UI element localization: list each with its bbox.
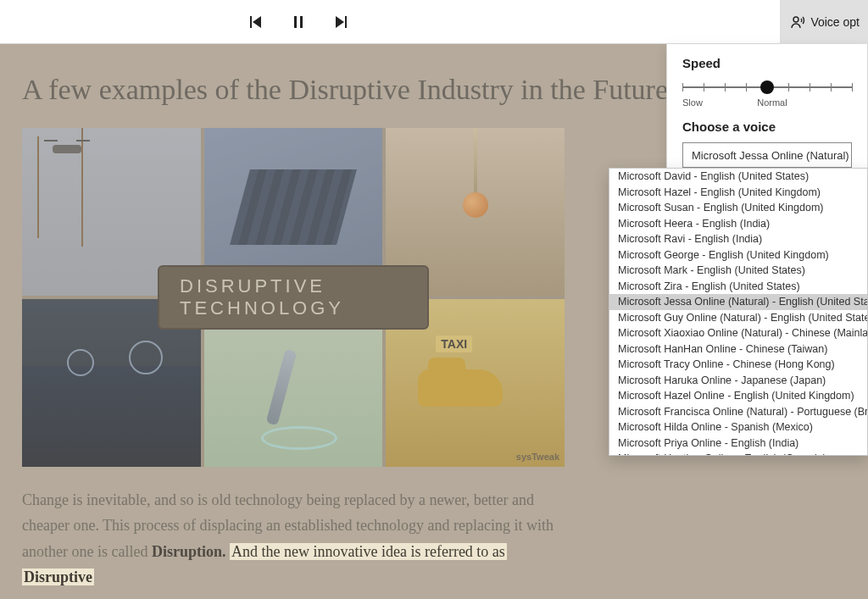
voice-option[interactable]: Microsoft Jessa Online (Natural) - Engli… <box>609 294 867 310</box>
voice-option[interactable]: Microsoft Heera - English (India) <box>609 216 867 232</box>
voice-option[interactable]: Microsoft Hazel - English (United Kingdo… <box>609 185 867 201</box>
voice-options-label: Voice opt <box>810 15 860 29</box>
speed-slider[interactable] <box>682 79 852 96</box>
playback-controls <box>246 0 351 44</box>
choose-voice-label: Choose a voice <box>682 119 852 134</box>
voice-option[interactable]: Microsoft Guy Online (Natural) - English… <box>609 310 867 326</box>
voice-option[interactable]: Microsoft HanHan Online - Chinese (Taiwa… <box>609 341 867 358</box>
voice-select-value: Microsoft Jessa Online (Natural) - Engl <box>692 149 852 162</box>
voice-option[interactable]: Microsoft David - English (United States… <box>609 169 867 185</box>
svg-rect-0 <box>250 16 252 28</box>
next-button[interactable] <box>331 12 351 32</box>
slider-thumb[interactable] <box>760 80 774 94</box>
voice-option[interactable]: Microsoft Hazel Online - English (United… <box>609 388 867 404</box>
highlight-disruptive: Disruptive <box>22 568 94 585</box>
article-paragraph: Change is inevitable, and so is old tech… <box>22 487 581 591</box>
svg-rect-3 <box>300 16 303 28</box>
slider-labels: Slow Normal <box>682 97 852 108</box>
hero-banner-text: DISRUPTIVE TECHNOLOGY <box>158 265 429 330</box>
voice-option[interactable]: Microsoft Mark - English (United States) <box>609 263 867 279</box>
voice-options-popover: Speed Slow Normal Choose a voice Microso… <box>666 44 868 174</box>
pause-button[interactable] <box>288 12 309 32</box>
voice-option[interactable]: Microsoft Haruka Online - Japanese (Japa… <box>609 373 867 389</box>
voice-options-button[interactable]: Voice opt <box>780 0 868 44</box>
voice-option[interactable]: Microsoft Hilda Online - Spanish (Mexico… <box>609 419 867 435</box>
svg-marker-1 <box>253 16 261 28</box>
speed-label: Speed <box>682 56 852 70</box>
svg-rect-4 <box>345 16 347 28</box>
voice-option[interactable]: Microsoft Xiaoxiao Online (Natural) - Ch… <box>609 325 867 341</box>
taxi-label: TAXI <box>436 336 472 352</box>
voice-option[interactable]: Microsoft Zira - English (United States) <box>609 279 867 295</box>
voice-option[interactable]: Microsoft George - English (United Kingd… <box>609 247 867 263</box>
hero-image-collage: TAXIsysTweak DISRUPTIVE TECHNOLOGY <box>22 128 565 467</box>
svg-marker-5 <box>336 16 344 28</box>
voice-option[interactable]: Microsoft Francisca Online (Natural) - P… <box>609 404 867 420</box>
voice-option[interactable]: Microsoft Ravi - English (India) <box>609 231 867 247</box>
hero-watermark: sysTweak <box>516 452 559 462</box>
voice-option[interactable]: Microsoft Tracy Online - Chinese (Hong K… <box>609 357 867 373</box>
voice-option[interactable]: Microsoft Heather Online - English (Cana… <box>609 451 867 456</box>
voice-option[interactable]: Microsoft Susan - English (United Kingdo… <box>609 200 867 216</box>
highlight-disruption: Disruption. <box>152 543 226 560</box>
previous-button[interactable] <box>246 12 266 32</box>
voice-select[interactable]: Microsoft Jessa Online (Natural) - Engl <box>682 142 852 168</box>
svg-rect-2 <box>294 16 297 28</box>
svg-point-6 <box>793 17 798 22</box>
slider-label-slow: Slow <box>682 97 703 108</box>
reader-current-sentence: And the new innovative idea is referred … <box>230 543 507 560</box>
reader-toolbar: Voice opt <box>0 0 868 44</box>
slider-label-normal: Normal <box>757 97 787 108</box>
voice-option[interactable]: Microsoft Priya Online - English (India) <box>609 435 867 452</box>
voice-dropdown-list[interactable]: Microsoft David - English (United States… <box>609 168 868 456</box>
person-voice-icon <box>790 14 805 30</box>
